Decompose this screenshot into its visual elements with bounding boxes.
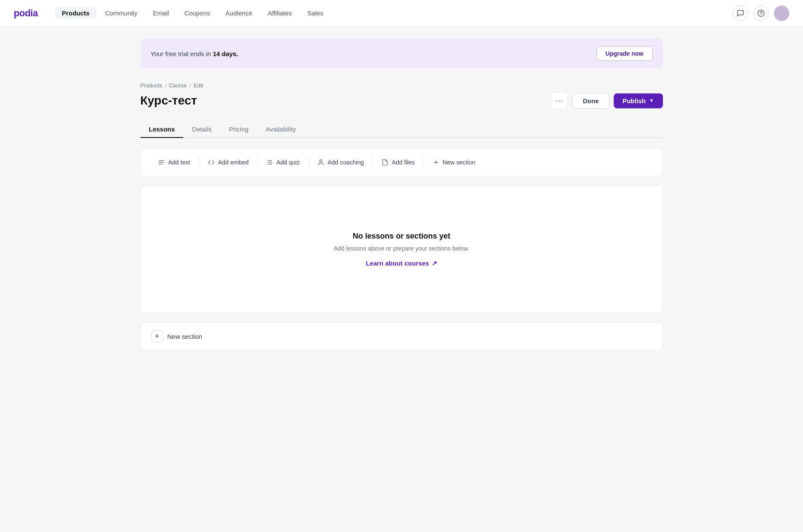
toolbar-divider-1 [199, 157, 199, 167]
text-icon [158, 159, 165, 166]
help-icon [757, 9, 765, 17]
breadcrumb-sep-2: / [189, 82, 191, 89]
chat-icon-button[interactable] [733, 6, 748, 21]
breadcrumb-products[interactable]: Products [140, 82, 162, 89]
empty-state-subtitle: Add lessons above or prepare your sectio… [334, 245, 469, 252]
toolbar-divider-4 [373, 157, 373, 167]
nav-link-products[interactable]: Products [55, 7, 96, 19]
empty-state-card: No lessons or sections yet Add lessons a… [140, 185, 663, 314]
tabs-bar: Lessons Details Pricing Availability [140, 121, 663, 138]
toolbar-divider-2 [257, 157, 257, 167]
breadcrumb-course[interactable]: Course [169, 82, 187, 89]
new-section-card[interactable]: + New section [140, 322, 663, 350]
page-title: Курс-тест [140, 94, 197, 108]
logo[interactable]: podia [14, 8, 38, 19]
navbar: podia Products Community Email Coupons A… [0, 0, 803, 27]
publish-button[interactable]: Publish ▼ [614, 93, 663, 108]
add-coaching-label: Add coaching [328, 159, 364, 166]
upgrade-button[interactable]: Upgrade now [597, 46, 653, 61]
add-text-label: Add text [168, 159, 190, 166]
tab-details[interactable]: Details [183, 121, 220, 138]
coaching-icon [317, 159, 324, 166]
publish-label: Publish [622, 97, 645, 105]
page-header: Курс-тест ··· Done Publish ▼ [140, 92, 663, 109]
nav-links: Products Community Email Coupons Audienc… [55, 7, 733, 19]
add-embed-button[interactable]: Add embed [201, 155, 256, 169]
learn-about-courses-link[interactable]: Learn about courses ↗ [366, 260, 437, 267]
add-text-button[interactable]: Add text [151, 155, 197, 169]
tab-availability[interactable]: Availability [257, 121, 304, 138]
empty-state-title: No lessons or sections yet [352, 232, 450, 241]
trial-text: Your free trial ends in 14 days. [151, 50, 239, 57]
new-section-label: New section [167, 333, 203, 340]
quiz-icon [266, 159, 273, 166]
toolbar-divider-3 [308, 157, 309, 167]
tab-lessons[interactable]: Lessons [140, 121, 184, 138]
more-options-button[interactable]: ··· [551, 92, 568, 109]
add-coaching-button[interactable]: Add coaching [310, 155, 371, 169]
external-link-icon: ↗ [432, 260, 437, 267]
chevron-down-icon: ▼ [649, 98, 654, 104]
nav-link-sales[interactable]: Sales [301, 7, 331, 19]
chat-icon [737, 9, 744, 17]
new-section-toolbar-label: New section [443, 159, 475, 166]
new-section-toolbar-icon [433, 159, 439, 166]
header-actions: ··· Done Publish ▼ [551, 92, 663, 109]
main-content: Your free trial ends in 14 days. Upgrade… [123, 39, 680, 350]
toolbar-card: Add text Add embed Add quiz Add coaching… [140, 148, 663, 176]
learn-link-text: Learn about courses [366, 260, 429, 267]
nav-link-email[interactable]: Email [146, 7, 176, 19]
breadcrumb: Products / Course / Edit [140, 82, 663, 89]
nav-link-affiliates[interactable]: Affiliates [261, 7, 299, 19]
breadcrumb-edit: Edit [194, 82, 203, 89]
new-section-toolbar-button[interactable]: New section [426, 155, 482, 169]
nav-link-audience[interactable]: Audience [219, 7, 260, 19]
add-quiz-button[interactable]: Add quiz [259, 155, 306, 169]
add-files-label: Add files [392, 159, 415, 166]
add-embed-label: Add embed [218, 159, 249, 166]
files-icon [382, 159, 388, 166]
trial-banner: Your free trial ends in 14 days. Upgrade… [140, 39, 663, 69]
add-files-button[interactable]: Add files [375, 155, 422, 169]
embed-icon [208, 159, 215, 166]
add-quiz-label: Add quiz [276, 159, 299, 166]
new-section-plus-icon: + [151, 330, 163, 342]
nav-link-coupons[interactable]: Coupons [178, 7, 217, 19]
user-avatar[interactable] [774, 6, 789, 21]
svg-point-11 [319, 160, 322, 162]
nav-link-community[interactable]: Community [98, 7, 144, 19]
done-button[interactable]: Done [572, 93, 610, 109]
breadcrumb-sep-1: / [165, 82, 167, 89]
nav-right [733, 6, 789, 21]
toolbar-divider-5 [424, 157, 424, 167]
tab-pricing[interactable]: Pricing [220, 121, 257, 138]
help-icon-button[interactable] [753, 6, 769, 21]
